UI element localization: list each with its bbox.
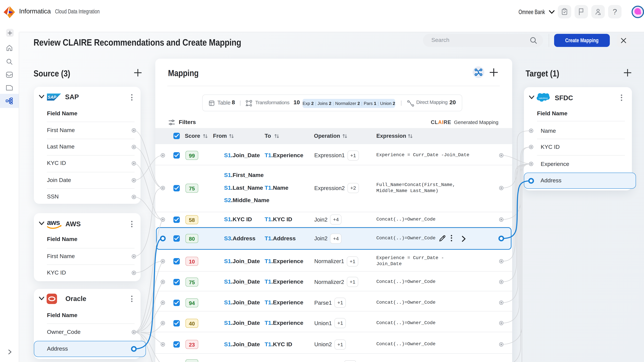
svg-text:SAP: SAP — [48, 95, 56, 99]
svg-text:salesforce: salesforce — [539, 97, 548, 99]
svg-text:aws: aws — [47, 219, 60, 226]
